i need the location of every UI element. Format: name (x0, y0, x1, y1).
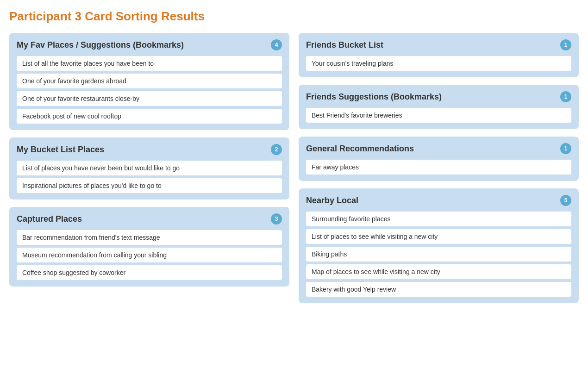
page-title: Participant 3 Card Sorting Results (9, 9, 579, 24)
list-item: Your cousin's traveling plans (306, 56, 571, 71)
badge-my-bucket-list: 2 (271, 144, 282, 155)
card-items-general-recommendations: Far away places (306, 160, 571, 175)
card-title-general-recommendations: General Recommendations (306, 144, 414, 154)
badge-nearby-local: 5 (560, 195, 571, 206)
list-item: Surrounding favorite places (306, 212, 571, 226)
list-item: List of all the favorite places you have… (17, 56, 282, 71)
card-title-my-bucket-list: My Bucket List Places (17, 145, 104, 155)
list-item: Bar recommendation from friend's text me… (17, 230, 282, 245)
card-items-friends-bucket-list: Your cousin's traveling plans (306, 56, 571, 71)
list-item: Bakery with good Yelp review (306, 282, 571, 297)
list-item: Map of places to see while visiting a ne… (306, 264, 571, 279)
card-nearby-local: Nearby Local5Surrounding favorite places… (299, 188, 579, 303)
badge-friends-suggestions: 1 (560, 91, 571, 102)
card-friends-bucket-list: Friends Bucket List1Your cousin's travel… (299, 33, 579, 77)
list-item: Biking paths (306, 247, 571, 262)
badge-captured-places: 3 (271, 213, 282, 224)
list-item: Inspirational pictures of places you'd l… (17, 178, 282, 193)
card-items-my-bucket-list: List of places you have never been but w… (17, 161, 282, 193)
badge-friends-bucket-list: 1 (560, 39, 571, 50)
card-captured-places: Captured Places3Bar recommendation from … (9, 207, 289, 287)
card-my-fav-places: My Fav Places / Suggestions (Bookmarks)4… (9, 33, 289, 130)
list-item: Coffee shop suggested by coworker (17, 265, 282, 280)
card-title-friends-bucket-list: Friends Bucket List (306, 40, 383, 50)
card-title-my-fav-places: My Fav Places / Suggestions (Bookmarks) (17, 40, 184, 50)
card-my-bucket-list: My Bucket List Places2List of places you… (9, 137, 289, 199)
card-title-nearby-local: Nearby Local (306, 196, 358, 206)
badge-general-recommendations: 1 (560, 143, 571, 154)
card-friends-suggestions: Friends Suggestions (Bookmarks)1Best Fri… (299, 85, 579, 129)
list-item: One of your favorite restaurants close-b… (17, 91, 282, 106)
list-item: Far away places (306, 160, 571, 175)
left-column: My Fav Places / Suggestions (Bookmarks)4… (9, 33, 289, 303)
list-item: Facebook post of new cool rooftop (17, 109, 282, 124)
card-title-friends-suggestions: Friends Suggestions (Bookmarks) (306, 92, 442, 102)
card-general-recommendations: General Recommendations1Far away places (299, 137, 579, 181)
list-item: List of places you have never been but w… (17, 161, 282, 175)
list-item: Best Friend's favorite breweries (306, 108, 571, 123)
list-item: Museum recommendation from calling your … (17, 248, 282, 262)
right-column: Friends Bucket List1Your cousin's travel… (299, 33, 579, 303)
list-item: List of places to see while visiting a n… (306, 229, 571, 244)
badge-my-fav-places: 4 (271, 39, 282, 50)
card-items-captured-places: Bar recommendation from friend's text me… (17, 230, 282, 280)
card-items-nearby-local: Surrounding favorite placesList of place… (306, 212, 571, 297)
card-items-friends-suggestions: Best Friend's favorite breweries (306, 108, 571, 123)
main-columns: My Fav Places / Suggestions (Bookmarks)4… (9, 33, 579, 303)
card-title-captured-places: Captured Places (17, 214, 82, 224)
list-item: One of your favorite gardens abroad (17, 74, 282, 88)
card-items-my-fav-places: List of all the favorite places you have… (17, 56, 282, 124)
